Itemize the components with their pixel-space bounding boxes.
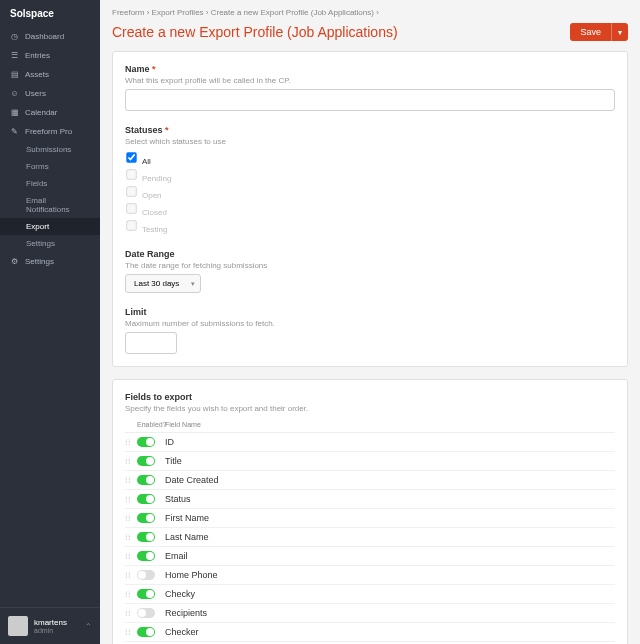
enabled-toggle[interactable] (137, 532, 155, 542)
field-name: Status (165, 494, 615, 504)
page-title: Create a new Export Profile (Job Applica… (112, 24, 398, 40)
field-name: Date Created (165, 475, 615, 485)
field-name: Checky (165, 589, 615, 599)
sidebar-item-label: Users (25, 89, 46, 98)
drag-handle-icon[interactable]: ⁞⁞ (125, 609, 131, 618)
field-name: Email (165, 551, 615, 561)
field-name: First Name (165, 513, 615, 523)
status-option[interactable]: Open (125, 184, 615, 201)
enabled-toggle[interactable] (137, 494, 155, 504)
drag-handle-icon[interactable]: ⁞⁞ (125, 495, 131, 504)
sidebar-sub-forms[interactable]: Forms (0, 158, 100, 175)
user-name: kmartens (34, 618, 79, 627)
fields-title: Fields to export (125, 392, 615, 402)
sidebar-item-entries[interactable]: ☰Entries (0, 46, 100, 65)
sidebar-item-label: Assets (25, 70, 49, 79)
sidebar-sub-email-notifications[interactable]: Email Notifications (0, 192, 100, 218)
save-dropdown[interactable]: ▾ (611, 23, 628, 41)
sidebar-sub-settings[interactable]: Settings (0, 235, 100, 252)
drag-handle-icon[interactable]: ⁞⁞ (125, 571, 131, 580)
enabled-toggle[interactable] (137, 456, 155, 466)
user-block[interactable]: kmartens admin ⌃ (0, 607, 100, 644)
breadcrumb: Freeform › Export Profiles › Create a ne… (112, 8, 628, 17)
list-icon: ☰ (10, 51, 19, 60)
save-button[interactable]: Save (570, 23, 611, 41)
field-row: ⁞⁞ Last Name (125, 528, 615, 547)
field-row: ⁞⁞ Email (125, 547, 615, 566)
sidebar-item-label: Dashboard (25, 32, 64, 41)
field-row: ⁞⁞ Date Created (125, 471, 615, 490)
gear-icon: ⚙ (10, 257, 19, 266)
fields-help: Specify the fields you wish to export an… (125, 404, 615, 413)
field-name: Checker (165, 627, 615, 637)
sidebar-sub-export[interactable]: Export (0, 218, 100, 235)
brand: Solspace (0, 0, 100, 27)
daterange-label: Date Range (125, 249, 615, 259)
enabled-toggle[interactable] (137, 437, 155, 447)
user-info: kmartens admin (34, 618, 79, 634)
drag-handle-icon[interactable]: ⁞⁞ (125, 476, 131, 485)
name-label: Name * (125, 64, 615, 74)
enabled-toggle[interactable] (137, 475, 155, 485)
field-row: ⁞⁞ Status (125, 490, 615, 509)
sidebar-item-calendar[interactable]: ▦Calendar (0, 103, 100, 122)
sidebar-item-settings[interactable]: ⚙Settings (0, 252, 100, 271)
user-icon: ☺ (10, 89, 19, 98)
enabled-toggle[interactable] (137, 513, 155, 523)
panel-settings: Name * What this export profile will be … (112, 51, 628, 367)
enabled-toggle[interactable] (137, 551, 155, 561)
crumb-0[interactable]: Freeform (112, 8, 144, 17)
daterange-help: The date range for fetching submissions (125, 261, 615, 270)
sidebar-item-label: Entries (25, 51, 50, 60)
sidebar-nav: ◷Dashboard ☰Entries ▤Assets ☺Users ▦Cale… (0, 27, 100, 607)
limit-help: Maximum number of submissions to fetch. (125, 319, 615, 328)
enabled-toggle[interactable] (137, 570, 155, 580)
field-row: ⁞⁞ Checky (125, 585, 615, 604)
drag-handle-icon[interactable]: ⁞⁞ (125, 438, 131, 447)
field-row: ⁞⁞ Recipients (125, 604, 615, 623)
chevron-up-icon: ⌃ (85, 622, 92, 631)
sidebar-item-users[interactable]: ☺Users (0, 84, 100, 103)
name-input[interactable] (125, 89, 615, 111)
drag-handle-icon[interactable]: ⁞⁞ (125, 590, 131, 599)
user-role: admin (34, 627, 79, 634)
statuses-help: Select which statuses to use (125, 137, 615, 146)
drag-handle-icon[interactable]: ⁞⁞ (125, 514, 131, 523)
status-option[interactable]: Testing (125, 218, 615, 235)
enabled-toggle[interactable] (137, 608, 155, 618)
sidebar-sub-fields[interactable]: Fields (0, 175, 100, 192)
drag-handle-icon[interactable]: ⁞⁞ (125, 552, 131, 561)
field-row: ⁞⁞ ID (125, 433, 615, 452)
sidebar-item-assets[interactable]: ▤Assets (0, 65, 100, 84)
calendar-icon: ▦ (10, 108, 19, 117)
crumb-1[interactable]: Export Profiles (152, 8, 204, 17)
name-help: What this export profile will be called … (125, 76, 615, 85)
field-name: Recipients (165, 608, 615, 618)
sidebar-item-label: Freeform Pro (25, 127, 72, 136)
col-enabled: Enabled? (137, 421, 165, 428)
limit-label: Limit (125, 307, 615, 317)
status-option[interactable]: Closed (125, 201, 615, 218)
limit-input[interactable] (125, 332, 177, 354)
panel-fields: Fields to export Specify the fields you … (112, 379, 628, 644)
drag-handle-icon[interactable]: ⁞⁞ (125, 628, 131, 637)
sidebar-sub-submissions[interactable]: Submissions (0, 141, 100, 158)
field-row: ⁞⁞ Home Phone (125, 566, 615, 585)
crumb-2: Create a new Export Profile (Job Applica… (211, 8, 374, 17)
field-name: Title (165, 456, 615, 466)
field-row: ⁞⁞ Title (125, 452, 615, 471)
enabled-toggle[interactable] (137, 627, 155, 637)
drag-handle-icon[interactable]: ⁞⁞ (125, 457, 131, 466)
daterange-select[interactable]: Last 30 days (125, 274, 201, 293)
col-fieldname: Field Name (165, 421, 615, 428)
status-option[interactable]: Pending (125, 167, 615, 184)
sidebar-item-freeform[interactable]: ✎Freeform Pro (0, 122, 100, 141)
status-option[interactable]: All (125, 150, 615, 167)
enabled-toggle[interactable] (137, 589, 155, 599)
sidebar-item-dashboard[interactable]: ◷Dashboard (0, 27, 100, 46)
avatar (8, 616, 28, 636)
form-icon: ✎ (10, 127, 19, 136)
drag-handle-icon[interactable]: ⁞⁞ (125, 533, 131, 542)
field-name: Home Phone (165, 570, 615, 580)
gauge-icon: ◷ (10, 32, 19, 41)
